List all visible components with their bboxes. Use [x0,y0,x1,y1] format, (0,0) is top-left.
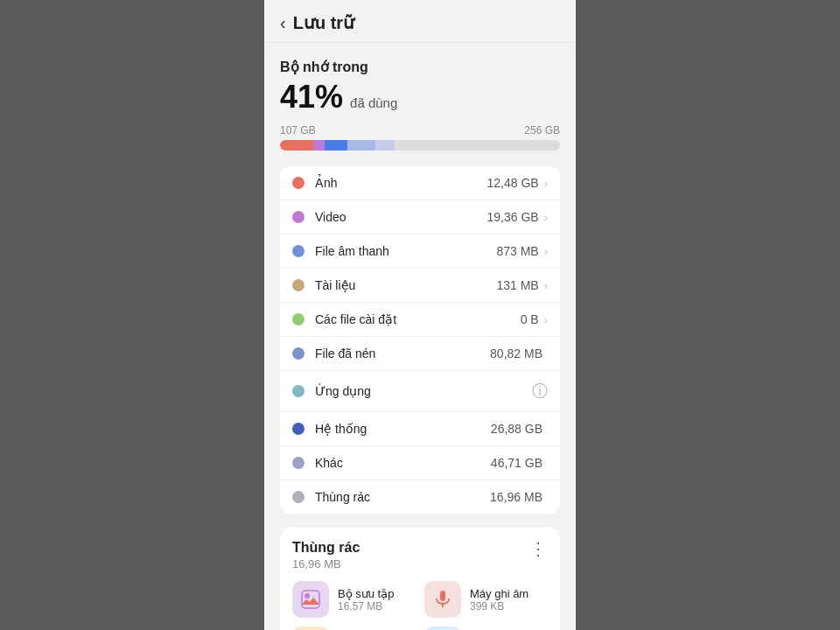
used-gb-label: 107 GB [280,124,316,136]
usage-label: đã dùng [350,95,397,110]
label-installs: Các file cài đặt [315,312,521,326]
storage-bar-labels: 107 GB 256 GB [280,124,560,136]
app-icon-recorder [424,581,461,618]
storage-item-system: Hệ thống 26,88 GB [280,412,560,446]
label-video: Video [315,210,487,224]
memory-section-title: Bộ nhớ trong [280,59,560,75]
label-audio: File âm thanh [315,244,496,258]
label-docs: Tài liệu [315,278,496,292]
dot-compressed [292,347,304,360]
trash-menu-button[interactable]: ⋮ [529,540,548,557]
dot-docs [292,279,304,291]
trash-section-title: Thùng rác [292,540,360,556]
dot-video [292,211,304,223]
trash-apps-grid: Bộ sưu tập 16,57 MB [292,581,548,630]
storage-list: Ảnh 12,48 GB › Video 19,36 GB › File âm … [280,166,560,514]
storage-item-other: Khác 46,71 GB [280,446,560,480]
storage-item-installs[interactable]: Các file cài đặt 0 B › [280,303,560,337]
label-system: Hệ thống [315,422,491,436]
arrow-installs: › [544,313,548,326]
svg-rect-1 [302,591,319,608]
trash-app-gallery[interactable]: Bộ sưu tập 16,57 MB [292,581,416,618]
bar-photos [280,140,313,150]
arrow-audio: › [544,245,548,258]
app-recorder-name: Máy ghi âm [470,587,528,600]
dot-photos [292,177,304,189]
app-gallery-size: 16,57 MB [338,600,394,612]
value-other: 46,71 GB [491,456,542,470]
trash-header: Thùng rác 16,96 MB ⋮ [292,540,548,570]
value-photos: 12,48 GB [487,176,539,190]
app-icon-messages [424,626,461,630]
svg-point-0 [304,593,310,598]
value-trash: 16,96 MB [490,490,542,504]
trash-app-recorder[interactable]: Máy ghi âm 399 KB [424,581,548,618]
bar-audio [325,140,347,150]
page-title: Lưu trữ [293,12,354,33]
value-docs: 131 MB [496,278,538,292]
label-other: Khác [315,456,491,470]
storage-item-docs[interactable]: Tài liệu 131 MB › [280,269,560,303]
trash-app-messages[interactable]: Tin nhắn 1 mục [424,626,548,630]
svg-rect-2 [440,591,445,601]
bar-docs [347,140,375,150]
app-icon-gallery [292,581,329,618]
dot-system [292,423,304,435]
bar-video [313,140,325,150]
storage-item-photos[interactable]: Ảnh 12,48 GB › [280,166,560,200]
back-button[interactable]: ‹ [280,14,286,32]
app-recorder-info: Máy ghi âm 399 KB [470,587,528,612]
app-gallery-info: Bộ sưu tập 16,57 MB [338,587,394,612]
app-gallery-name: Bộ sưu tập [338,587,394,600]
storage-item-video[interactable]: Video 19,36 GB › [280,200,560,234]
arrow-photos: › [544,177,548,190]
value-audio: 873 MB [496,244,538,258]
dot-audio [292,245,304,257]
storage-item-apps[interactable]: Ứng dụng ⓘ [280,371,560,412]
bar-other [375,140,395,150]
storage-item-audio[interactable]: File âm thanh 873 MB › [280,234,560,269]
app-icon-myfiles [292,626,329,630]
trash-title-block: Thùng rác 16,96 MB [292,540,360,570]
value-installs: 0 B [521,312,539,326]
label-compressed: File đã nén [315,346,490,360]
total-gb-label: 256 GB [524,124,560,136]
trash-section-size: 16,96 MB [292,557,360,570]
label-photos: Ảnh [315,176,487,190]
header: ‹ Lưu trữ [264,0,576,43]
value-system: 26,88 GB [491,422,542,436]
storage-item-trash: Thùng rác 16,96 MB [280,480,560,514]
app-recorder-size: 399 KB [470,600,528,612]
trash-app-myfiles[interactable]: File của bạn 1 mục [292,626,416,630]
dot-other [292,457,304,469]
arrow-video: › [544,211,548,224]
storage-bar [280,140,560,150]
dot-trash [292,491,304,503]
label-trash: Thùng rác [315,490,490,504]
trash-section: Thùng rác 16,96 MB ⋮ [280,528,560,630]
dot-installs [292,313,304,326]
info-icon-apps[interactable]: ⓘ [532,381,548,402]
storage-item-compressed: File đã nén 80,82 MB [280,337,560,371]
arrow-docs: › [544,279,548,292]
usage-percent: 41% [280,79,343,116]
label-apps: Ứng dụng [315,384,532,398]
value-compressed: 80,82 MB [490,346,542,360]
usage-percent-row: 41% đã dùng [280,79,560,116]
dot-apps [292,385,304,397]
value-video: 19,36 GB [487,210,539,224]
phone-panel: ‹ Lưu trữ Bộ nhớ trong 41% đã dùng 107 G… [264,0,576,630]
